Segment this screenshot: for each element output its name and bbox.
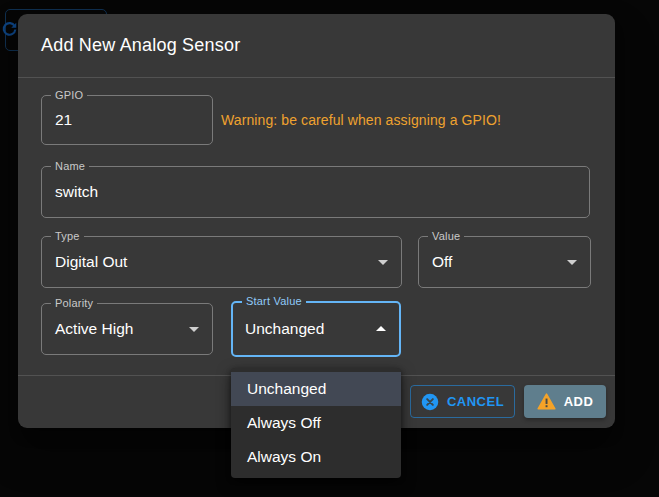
gpio-label: GPIO (51, 89, 87, 101)
type-select[interactable]: Type Digital Out (41, 236, 402, 288)
name-label: Name (51, 160, 89, 172)
chevron-up-icon (376, 326, 386, 331)
menu-option-always-off[interactable]: Always Off (231, 406, 401, 440)
polarity-select[interactable]: Polarity Active High (41, 303, 213, 355)
chevron-down-icon (189, 327, 199, 332)
gpio-warning-text: Warning: be careful when assigning a GPI… (221, 95, 501, 145)
start-value-select[interactable]: Start Value Unchanged (231, 301, 401, 357)
close-circle-icon (421, 393, 439, 411)
menu-option-unchanged[interactable]: Unchanged (231, 372, 401, 406)
name-input[interactable]: Name switch (41, 166, 590, 218)
polarity-value: Active High (55, 320, 133, 338)
cancel-button-label: CANCEL (447, 394, 504, 409)
type-value: Digital Out (55, 253, 127, 271)
warning-triangle-icon (537, 393, 556, 410)
dialog-title: Add New Analog Sensor (18, 14, 615, 77)
type-label: Type (51, 230, 84, 242)
page-background: Add New Analog Sensor GPIO 21 Warning: b… (0, 0, 659, 497)
add-button-label: ADD (564, 394, 594, 409)
name-value: switch (55, 183, 98, 201)
gpio-input[interactable]: GPIO 21 (41, 95, 213, 145)
value-label: Value (428, 230, 464, 242)
menu-option-always-on[interactable]: Always On (231, 440, 401, 474)
add-button[interactable]: ADD (524, 385, 606, 418)
value-select[interactable]: Value Off (418, 236, 591, 288)
title-divider (18, 77, 615, 78)
value-value: Off (432, 253, 452, 271)
start-value-dropdown-menu: Unchanged Always Off Always On (231, 368, 401, 478)
chevron-down-icon (378, 260, 388, 265)
chevron-down-icon (567, 260, 577, 265)
add-sensor-dialog: Add New Analog Sensor GPIO 21 Warning: b… (18, 14, 615, 428)
start-value-value: Unchanged (245, 320, 324, 338)
gpio-value: 21 (55, 111, 72, 129)
start-value-label: Start Value (242, 295, 306, 307)
polarity-label: Polarity (51, 297, 97, 309)
cancel-button[interactable]: CANCEL (410, 385, 515, 418)
